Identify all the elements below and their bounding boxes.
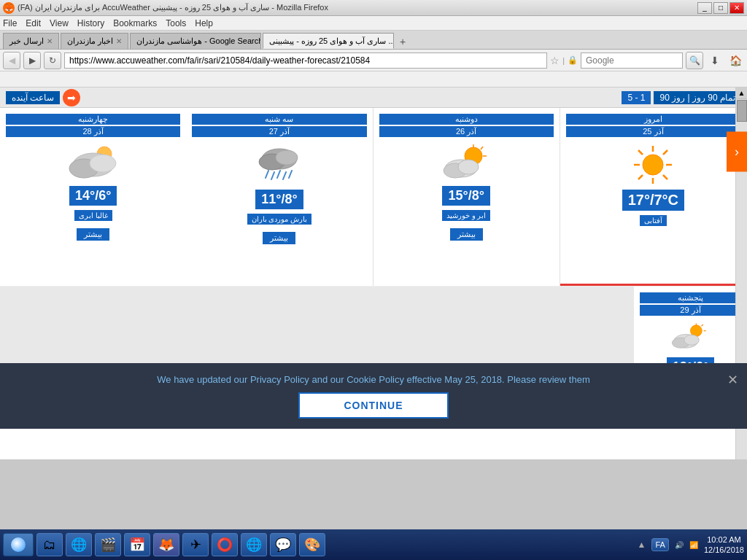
scroll-thumb[interactable] (737, 100, 747, 122)
close-button[interactable]: ✕ (729, 2, 744, 14)
partly-cloudy-icon-mon (441, 143, 492, 183)
windows-orb (11, 537, 26, 552)
volume-icon[interactable]: 🔊 (675, 541, 684, 549)
cookie-close-button[interactable]: ✕ (727, 372, 738, 388)
weather-card-tue: سه شنبه آذر 27 11°/8° بارش موردی باران (186, 108, 373, 286)
taskbar-app-2[interactable]: 🌐 (66, 533, 92, 556)
day-label-today: امروز (566, 114, 740, 125)
clock-date: 12/16/2018 (704, 545, 744, 555)
menu-edit[interactable]: Edit (26, 18, 41, 28)
weather-cards-row: امروز آذر 25 17°/7°C (0, 108, 747, 287)
temp-tue: 11°/8° (255, 190, 303, 209)
taskbar-right: ▲ FA 🔊 📶 10:02 AM 12/16/2018 (638, 534, 744, 556)
svg-line-6 (663, 175, 667, 179)
maximize-button[interactable]: □ (713, 2, 728, 14)
bookmark-star-icon[interactable]: ☆ (550, 55, 560, 66)
menu-tools[interactable]: Tools (166, 18, 186, 28)
tab-1-label: ارسال خبر (9, 36, 44, 46)
desc-tue: بارش موردی باران (247, 214, 312, 225)
menu-view[interactable]: View (50, 18, 69, 28)
weather-card-wed: چهارشنبه آذر 28 14°/6° غالبا ابری بیشتر (0, 108, 186, 286)
clock: 10:02 AM 12/16/2018 (704, 534, 744, 556)
taskbar-app-6[interactable]: ⭕ (212, 533, 238, 556)
more-btn-mon[interactable]: بیشتر (450, 228, 483, 241)
days-current-label: 1 - 5 (622, 91, 651, 104)
svg-line-5 (638, 150, 643, 155)
firefox-icon: 🦊 (3, 2, 15, 14)
cookie-text: We have updated our Privacy Policy and o… (157, 374, 590, 385)
taskbar-app-4[interactable]: 📅 (124, 533, 150, 556)
tab-1[interactable]: ارسال خبر ✕ (3, 33, 59, 49)
rainy-icon-tue (254, 143, 305, 187)
tab-2-label: اخبار مازندران (67, 36, 113, 46)
future-hours-button[interactable]: ➡ (63, 89, 80, 106)
language-button[interactable]: FA (651, 538, 668, 551)
continue-button[interactable]: CONTINUE (298, 392, 448, 419)
date-label-tue: آذر 27 (192, 126, 366, 137)
menu-help[interactable]: Help (195, 18, 213, 28)
day-nav-left: تمام 90 روز | روز 90 1 - 5 (622, 91, 741, 104)
menu-history[interactable]: History (77, 18, 104, 28)
address-bar: ◀ ▶ ↻ ☆ | 🔒 🔍 ⬇ 🏠 (0, 50, 747, 71)
tab-bar: ارسال خبر ✕ اخبار مازندران ✕ هواشناسی ما… (0, 31, 747, 50)
tab-4[interactable]: سارى آب و هوای 25 روزه - پیشبینی ... ✕ (263, 33, 394, 49)
system-tray: ▲ (638, 540, 646, 550)
taskbar-app-firefox[interactable]: 🦊 (153, 533, 179, 556)
svg-line-22 (283, 172, 286, 179)
date-label-today: آذر 25 (566, 126, 740, 137)
svg-line-7 (663, 150, 667, 155)
next-arrow-button[interactable]: › (727, 132, 747, 172)
weather-card-today: امروز آذر 25 17°/7°C (560, 108, 747, 286)
new-tab-button[interactable]: + (395, 34, 410, 49)
svg-point-34 (684, 335, 699, 345)
tab-2-close[interactable]: ✕ (116, 37, 122, 45)
svg-point-0 (643, 155, 663, 175)
tab-3-label: هواشناسی مازندران - Google Search (136, 36, 261, 46)
taskbar-app-3[interactable]: 🎬 (95, 533, 121, 556)
temp-today: 17°/7°C (622, 190, 684, 211)
menu-bookmarks[interactable]: Bookmarks (113, 18, 157, 28)
toolbar-area (0, 71, 747, 88)
cookie-bar: ✕ We have updated our Privacy Policy and… (0, 363, 747, 429)
sun-icon-today (631, 143, 675, 187)
weather-card-mon: دوشنبه آذر 26 15°/8° ابر و خورشید بیشتر (374, 108, 560, 286)
svg-line-30 (701, 324, 703, 326)
tab-4-label: سارى آب و هوای 25 روزه - پیشبینی ... (269, 36, 394, 46)
title-bar: 🦊 (FA) برای مازندران ایران AccuWeather س… (0, 0, 747, 16)
tab-2[interactable]: اخبار مازندران ✕ (61, 33, 128, 49)
search-icon[interactable]: 🔍 (686, 52, 703, 69)
refresh-button[interactable]: ↻ (44, 52, 61, 69)
desc-mon: ابر و خورشید (442, 210, 491, 221)
more-btn-tue[interactable]: بیشتر (263, 232, 295, 244)
partly-cloudy-icon-thu (670, 322, 711, 354)
taskbar-app-5[interactable]: ✈ (182, 533, 209, 556)
taskbar-app-8[interactable]: 💬 (270, 533, 296, 556)
url-input[interactable] (64, 52, 547, 69)
taskbar-app-7[interactable]: 🌐 (241, 533, 267, 556)
download-icon[interactable]: ⬇ (706, 52, 724, 69)
menu-file[interactable]: File (3, 18, 17, 28)
days-range-label[interactable]: تمام 90 روز | روز 90 (654, 91, 741, 104)
tray-icon-1: ▲ (638, 540, 646, 550)
network-icon: 📶 (689, 541, 698, 549)
day-label-wed: چهارشنبه (6, 114, 180, 125)
day-nav-right: ➡ ساعت آینده (6, 89, 80, 106)
window-controls: _ □ ✕ (697, 2, 744, 14)
home-icon[interactable]: 🏠 (727, 52, 744, 69)
main-content: تمام 90 روز | روز 90 1 - 5 ➡ ساعت آینده … (0, 88, 747, 459)
taskbar: 🗂 🌐 🎬 📅 🦊 ✈ ⭕ 🌐 💬 🎨 ▲ FA 🔊 📶 10:02 AM 12… (0, 529, 747, 560)
more-btn-wed[interactable]: بیشتر (77, 228, 109, 241)
day-label-mon: دوشنبه (379, 114, 554, 125)
taskbar-app-1[interactable]: 🗂 (36, 533, 63, 556)
tab-1-close[interactable]: ✕ (47, 37, 53, 45)
scroll-up[interactable]: ▲ (736, 88, 747, 99)
taskbar-app-9[interactable]: 🎨 (299, 533, 325, 556)
search-input[interactable] (581, 52, 683, 69)
back-button[interactable]: ◀ (3, 52, 20, 69)
tab-3[interactable]: هواشناسی مازندران - Google Search ✕ (130, 33, 261, 49)
minimize-button[interactable]: _ (697, 2, 712, 14)
forward-button[interactable]: ▶ (23, 52, 41, 69)
menu-bar: File Edit View History Bookmarks Tools H… (0, 16, 747, 31)
date-label-wed: آذر 28 (6, 126, 180, 137)
start-button[interactable] (3, 533, 34, 556)
